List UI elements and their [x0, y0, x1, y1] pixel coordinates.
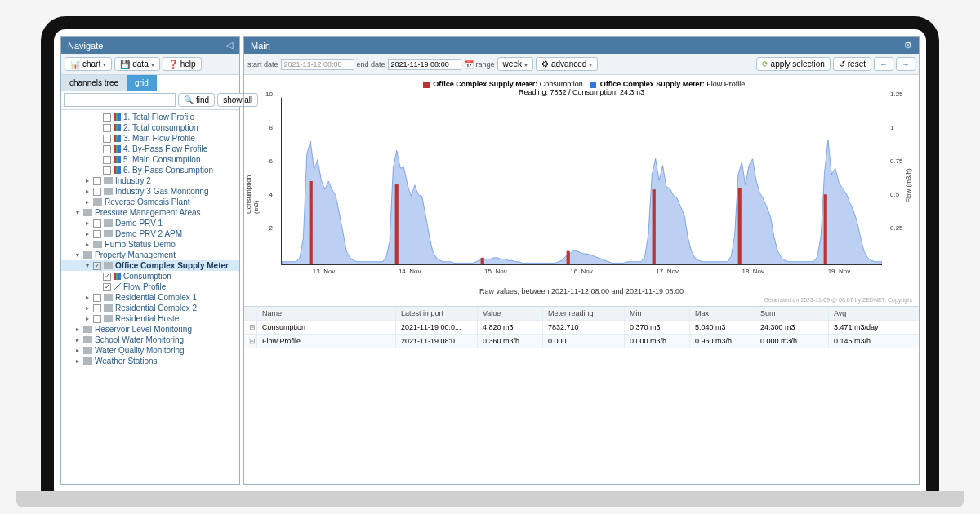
advanced-button[interactable]: ⚙ advanced: [536, 57, 598, 71]
x-axis: 13. Nov14. Nov15. Nov16. Nov17. Nov18. N…: [281, 268, 882, 286]
channel-icon: [114, 145, 121, 153]
end-date-input[interactable]: [388, 59, 461, 70]
y-axis-right: Flow (m3/h) 0.250.50.7511.25: [886, 98, 911, 265]
reset-button[interactable]: ↺ reset: [833, 57, 871, 71]
folder-icon: [104, 294, 113, 301]
checkbox-icon[interactable]: [103, 113, 111, 122]
chart-caption: Raw values, between 2021-11-12 08:00 and…: [252, 287, 911, 295]
tree-node[interactable]: 4. By-Pass Flow Profile: [61, 144, 239, 154]
calendar-icon[interactable]: 📅: [464, 60, 474, 69]
grid-row[interactable]: ⊞Flow Profile2021-11-19 08:0...0.360 m3/…: [244, 335, 919, 348]
checkbox-icon[interactable]: [103, 283, 111, 291]
folder-icon: [104, 262, 113, 269]
tab-channels-tree[interactable]: channels tree: [61, 75, 127, 91]
tree-node[interactable]: 5. Main Consumption: [61, 154, 239, 165]
checkbox-icon[interactable]: [103, 124, 111, 132]
channel-icon: [114, 113, 121, 121]
sidebar-tabs: channels tree grid: [61, 75, 239, 91]
tree-node[interactable]: ▸Demo PRV 2 APM: [61, 228, 239, 239]
tree-node[interactable]: ▸Residential Complex 1: [61, 292, 239, 303]
main-header: Main ⚙: [244, 37, 919, 54]
start-date-label: start date: [247, 60, 278, 69]
checkbox-icon[interactable]: [103, 166, 111, 175]
checkbox-icon[interactable]: [93, 230, 101, 238]
folder-icon: [83, 209, 92, 216]
gear-icon[interactable]: ⚙: [904, 40, 912, 51]
chart-legend: Office Complex Supply Meter: Consumption…: [252, 80, 911, 96]
checkbox-icon[interactable]: [93, 188, 101, 196]
tree-node[interactable]: ▸School Water Monitoring: [61, 335, 239, 345]
legend-subtitle: Reading: 7832 / Consumption: 24.3m3: [519, 88, 644, 96]
chart[interactable]: Consumption (m3) 246810 Flow (m3/h) 0.25…: [252, 98, 911, 286]
folder-icon: [104, 177, 113, 184]
svg-rect-4: [653, 189, 656, 264]
sidebar-toolbar: 📊 chart 💾 data ❓ help: [61, 54, 239, 75]
svg-rect-6: [824, 194, 827, 264]
start-date-input[interactable]: [281, 59, 354, 70]
tab-grid[interactable]: grid: [127, 75, 157, 91]
checkbox-icon[interactable]: [93, 262, 101, 270]
tree-node[interactable]: ▸Weather Stations: [61, 356, 239, 366]
tree-node[interactable]: ▸Pump Status Demo: [61, 239, 239, 250]
range-select[interactable]: week: [497, 57, 533, 71]
tree-node[interactable]: ▸Industry 3 Gas Monitoring: [61, 186, 239, 197]
chart-button[interactable]: 📊 chart: [65, 57, 112, 71]
tree-label: 5. Main Consumption: [123, 155, 201, 164]
collapse-icon[interactable]: ◁: [226, 40, 233, 51]
tree-label: Industry 3 Gas Monitoring: [115, 187, 209, 196]
checkbox-icon[interactable]: [103, 273, 111, 281]
tree-node[interactable]: 6. By-Pass Consumption: [61, 165, 239, 175]
folder-icon: [104, 230, 113, 237]
channel-icon: [114, 156, 121, 163]
checkbox-icon[interactable]: [93, 294, 101, 302]
expand-icon[interactable]: ⊞: [244, 335, 257, 348]
tree-node[interactable]: ▸Residential Hostel: [61, 313, 239, 324]
apply-selection-button[interactable]: ⟳ apply selection: [756, 57, 831, 71]
tree-node[interactable]: ▸Reservoir Level Monitoring: [61, 324, 239, 335]
folder-icon: [83, 357, 92, 365]
navigate-header: Navigate ◁: [61, 37, 239, 54]
tree-node[interactable]: ▾Property Management: [61, 250, 239, 260]
channel-tree[interactable]: 1. Total Flow Profile2. Total consumptio…: [61, 110, 239, 484]
checkbox-icon[interactable]: [103, 135, 111, 143]
grid-row[interactable]: ⊞Consumption2021-11-19 00:0...4.820 m378…: [244, 321, 919, 335]
tree-label: Residential Hostel: [115, 314, 181, 323]
checkbox-icon[interactable]: [93, 219, 101, 228]
tree-label: Property Management: [95, 250, 176, 259]
tree-node[interactable]: ▾Office Complex Supply Meter: [61, 260, 239, 271]
tree-node[interactable]: ▸Reverse Osmosis Plant: [61, 197, 239, 207]
checkbox-icon[interactable]: [103, 156, 111, 164]
data-button[interactable]: 💾 data: [114, 57, 159, 71]
svg-rect-2: [481, 258, 484, 264]
tree-node[interactable]: 2. Total consumption: [61, 122, 239, 133]
tree-search-input[interactable]: [64, 93, 176, 107]
tree-node[interactable]: ▸Demo PRV 1: [61, 218, 239, 228]
folder-icon: [104, 219, 113, 227]
range-label: range: [476, 60, 495, 69]
tree-node[interactable]: ▾Pressure Management Areas: [61, 207, 239, 218]
find-button[interactable]: 🔍 find: [178, 93, 215, 107]
tree-node[interactable]: Consumption: [61, 271, 239, 281]
tree-node[interactable]: ▸Residential Complex 2: [61, 303, 239, 313]
tree-node[interactable]: ▸Industry 2: [61, 175, 239, 186]
expand-icon[interactable]: ⊞: [244, 321, 257, 334]
tree-label: Flow Profile: [123, 282, 166, 291]
end-date-label: end date: [357, 60, 385, 69]
checkbox-icon[interactable]: [103, 145, 111, 153]
channel-icon: [114, 166, 121, 174]
checkbox-icon[interactable]: [93, 315, 101, 323]
svg-rect-0: [310, 181, 313, 264]
tree-node[interactable]: 3. Main Flow Profile: [61, 133, 239, 144]
help-button[interactable]: ❓ help: [163, 57, 202, 71]
legend-swatch-consumption: [423, 82, 430, 88]
tree-node[interactable]: ▸Water Quality Monitoring: [61, 345, 239, 356]
checkbox-icon[interactable]: [93, 177, 101, 185]
laptop-base: [16, 491, 964, 507]
checkbox-icon[interactable]: [93, 304, 101, 312]
tree-search-row: 🔍 find show all: [61, 91, 239, 110]
nav-next-button[interactable]: →: [896, 57, 915, 71]
channel-icon: [114, 124, 121, 131]
tree-node[interactable]: 1. Total Flow Profile: [61, 112, 239, 122]
nav-prev-button[interactable]: ←: [874, 57, 893, 71]
tree-node[interactable]: Flow Profile: [61, 281, 239, 292]
